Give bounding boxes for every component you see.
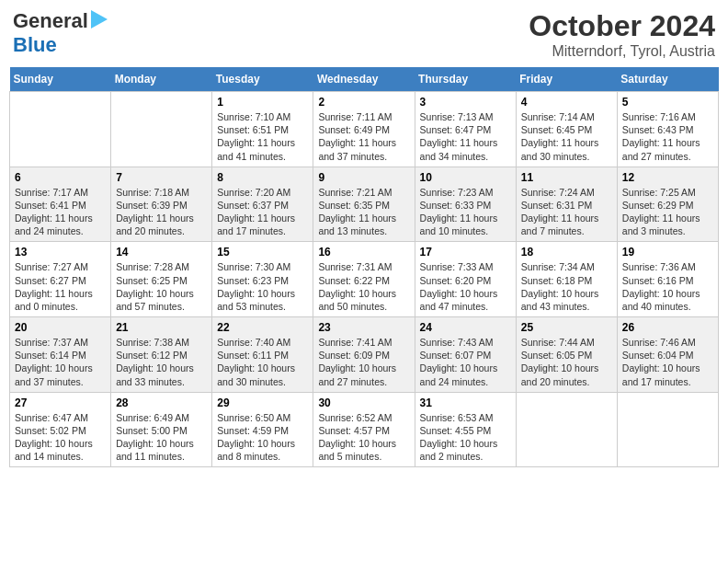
calendar-cell: 18Sunrise: 7:34 AMSunset: 6:18 PMDayligh… — [516, 242, 617, 317]
day-info: Sunrise: 7:31 AMSunset: 6:22 PMDaylight:… — [318, 260, 409, 313]
calendar-cell — [111, 92, 212, 167]
day-header-tuesday: Tuesday — [212, 67, 313, 92]
calendar-cell: 31Sunrise: 6:53 AMSunset: 4:55 PMDayligh… — [415, 392, 516, 467]
day-number: 10 — [420, 171, 511, 184]
title-block: October 2024 Mitterndorf, Tyrol, Austria — [529, 9, 715, 60]
day-info: Sunrise: 7:41 AMSunset: 6:09 PMDaylight:… — [318, 336, 409, 388]
day-info: Sunrise: 7:34 AMSunset: 6:18 PMDaylight:… — [521, 260, 612, 313]
logo-blue-text: Blue — [13, 33, 57, 56]
day-number: 4 — [521, 96, 612, 109]
day-header-saturday: Saturday — [617, 67, 718, 92]
svg-marker-0 — [91, 10, 108, 29]
day-info: Sunrise: 7:27 AMSunset: 6:27 PMDaylight:… — [15, 260, 106, 313]
calendar-week-row: 13Sunrise: 7:27 AMSunset: 6:27 PMDayligh… — [10, 242, 719, 317]
calendar-cell: 9Sunrise: 7:21 AMSunset: 6:35 PMDaylight… — [313, 167, 415, 242]
calendar-week-row: 27Sunrise: 6:47 AMSunset: 5:02 PMDayligh… — [10, 392, 719, 467]
day-number: 19 — [622, 246, 713, 259]
calendar-cell: 11Sunrise: 7:24 AMSunset: 6:31 PMDayligh… — [516, 167, 617, 242]
calendar-cell: 21Sunrise: 7:38 AMSunset: 6:12 PMDayligh… — [111, 317, 212, 393]
calendar-cell: 4Sunrise: 7:14 AMSunset: 6:45 PMDaylight… — [516, 92, 617, 167]
day-info: Sunrise: 7:43 AMSunset: 6:07 PMDaylight:… — [420, 336, 511, 388]
day-info: Sunrise: 7:14 AMSunset: 6:45 PMDaylight:… — [521, 110, 612, 163]
logo-text: General — [13, 9, 88, 33]
calendar-cell: 5Sunrise: 7:16 AMSunset: 6:43 PMDaylight… — [617, 92, 718, 167]
day-info: Sunrise: 6:53 AMSunset: 4:55 PMDaylight:… — [420, 411, 511, 464]
calendar-week-row: 1Sunrise: 7:10 AMSunset: 6:51 PMDaylight… — [10, 92, 719, 167]
day-header-friday: Friday — [516, 67, 617, 92]
calendar-cell: 3Sunrise: 7:13 AMSunset: 6:47 PMDaylight… — [415, 92, 516, 167]
day-number: 27 — [15, 396, 106, 409]
calendar-subtitle: Mitterndorf, Tyrol, Austria — [529, 43, 715, 60]
day-number: 22 — [217, 321, 308, 334]
day-info: Sunrise: 7:30 AMSunset: 6:23 PMDaylight:… — [217, 260, 308, 313]
day-number: 1 — [217, 96, 308, 109]
calendar-week-row: 20Sunrise: 7:37 AMSunset: 6:14 PMDayligh… — [10, 317, 719, 393]
day-info: Sunrise: 7:40 AMSunset: 6:11 PMDaylight:… — [217, 336, 308, 388]
day-number: 21 — [116, 321, 207, 334]
day-number: 8 — [217, 171, 308, 184]
calendar-title: October 2024 — [529, 9, 715, 43]
calendar-cell: 10Sunrise: 7:23 AMSunset: 6:33 PMDayligh… — [415, 167, 516, 242]
day-info: Sunrise: 7:10 AMSunset: 6:51 PMDaylight:… — [217, 110, 308, 163]
calendar-cell: 27Sunrise: 6:47 AMSunset: 5:02 PMDayligh… — [10, 392, 111, 467]
day-number: 23 — [318, 321, 409, 334]
day-number: 25 — [521, 321, 612, 334]
day-info: Sunrise: 7:18 AMSunset: 6:39 PMDaylight:… — [116, 186, 207, 238]
day-number: 20 — [15, 321, 106, 334]
day-number: 31 — [420, 396, 511, 409]
calendar-cell: 8Sunrise: 7:20 AMSunset: 6:37 PMDaylight… — [212, 167, 313, 242]
day-number: 5 — [622, 96, 713, 109]
day-info: Sunrise: 7:37 AMSunset: 6:14 PMDaylight:… — [15, 336, 106, 388]
calendar-cell: 20Sunrise: 7:37 AMSunset: 6:14 PMDayligh… — [10, 317, 111, 393]
day-number: 14 — [116, 246, 207, 259]
day-info: Sunrise: 7:28 AMSunset: 6:25 PMDaylight:… — [116, 260, 207, 313]
page-header: General Blue October 2024 Mitterndorf, T… — [9, 9, 719, 60]
logo-arrow-icon — [91, 10, 108, 32]
day-header-monday: Monday — [111, 67, 212, 92]
calendar-cell: 12Sunrise: 7:25 AMSunset: 6:29 PMDayligh… — [617, 167, 718, 242]
calendar-table: SundayMondayTuesdayWednesdayThursdayFrid… — [9, 67, 719, 467]
calendar-cell: 28Sunrise: 6:49 AMSunset: 5:00 PMDayligh… — [111, 392, 212, 467]
calendar-cell: 2Sunrise: 7:11 AMSunset: 6:49 PMDaylight… — [313, 92, 415, 167]
day-info: Sunrise: 7:20 AMSunset: 6:37 PMDaylight:… — [217, 186, 308, 238]
day-number: 3 — [420, 96, 511, 109]
day-number: 12 — [622, 171, 713, 184]
day-number: 24 — [420, 321, 511, 334]
calendar-cell: 23Sunrise: 7:41 AMSunset: 6:09 PMDayligh… — [313, 317, 415, 393]
day-info: Sunrise: 7:33 AMSunset: 6:20 PMDaylight:… — [420, 260, 511, 313]
calendar-cell: 13Sunrise: 7:27 AMSunset: 6:27 PMDayligh… — [10, 242, 111, 317]
calendar-cell: 1Sunrise: 7:10 AMSunset: 6:51 PMDaylight… — [212, 92, 313, 167]
day-number: 16 — [318, 246, 409, 259]
day-info: Sunrise: 6:52 AMSunset: 4:57 PMDaylight:… — [318, 411, 409, 464]
day-info: Sunrise: 7:36 AMSunset: 6:16 PMDaylight:… — [622, 260, 713, 313]
calendar-cell: 30Sunrise: 6:52 AMSunset: 4:57 PMDayligh… — [313, 392, 415, 467]
calendar-cell: 6Sunrise: 7:17 AMSunset: 6:41 PMDaylight… — [10, 167, 111, 242]
day-number: 26 — [622, 321, 713, 334]
day-info: Sunrise: 7:25 AMSunset: 6:29 PMDaylight:… — [622, 186, 713, 238]
calendar-cell: 7Sunrise: 7:18 AMSunset: 6:39 PMDaylight… — [111, 167, 212, 242]
day-number: 30 — [318, 396, 409, 409]
day-info: Sunrise: 6:47 AMSunset: 5:02 PMDaylight:… — [15, 411, 106, 464]
day-info: Sunrise: 7:46 AMSunset: 6:04 PMDaylight:… — [622, 336, 713, 388]
calendar-week-row: 6Sunrise: 7:17 AMSunset: 6:41 PMDaylight… — [10, 167, 719, 242]
day-number: 6 — [15, 171, 106, 184]
day-number: 13 — [15, 246, 106, 259]
day-number: 15 — [217, 246, 308, 259]
day-info: Sunrise: 7:23 AMSunset: 6:33 PMDaylight:… — [420, 186, 511, 238]
day-header-thursday: Thursday — [415, 67, 516, 92]
calendar-cell: 16Sunrise: 7:31 AMSunset: 6:22 PMDayligh… — [313, 242, 415, 317]
calendar-cell: 22Sunrise: 7:40 AMSunset: 6:11 PMDayligh… — [212, 317, 313, 393]
day-info: Sunrise: 7:11 AMSunset: 6:49 PMDaylight:… — [318, 110, 409, 163]
calendar-cell: 24Sunrise: 7:43 AMSunset: 6:07 PMDayligh… — [415, 317, 516, 393]
day-info: Sunrise: 6:49 AMSunset: 5:00 PMDaylight:… — [116, 411, 207, 464]
calendar-cell — [516, 392, 617, 467]
day-info: Sunrise: 7:21 AMSunset: 6:35 PMDaylight:… — [318, 186, 409, 238]
day-number: 28 — [116, 396, 207, 409]
day-info: Sunrise: 7:24 AMSunset: 6:31 PMDaylight:… — [521, 186, 612, 238]
day-info: Sunrise: 6:50 AMSunset: 4:59 PMDaylight:… — [217, 411, 308, 464]
calendar-cell: 25Sunrise: 7:44 AMSunset: 6:05 PMDayligh… — [516, 317, 617, 393]
logo: General Blue — [13, 9, 108, 57]
day-number: 29 — [217, 396, 308, 409]
calendar-cell — [10, 92, 111, 167]
day-number: 7 — [116, 171, 207, 184]
